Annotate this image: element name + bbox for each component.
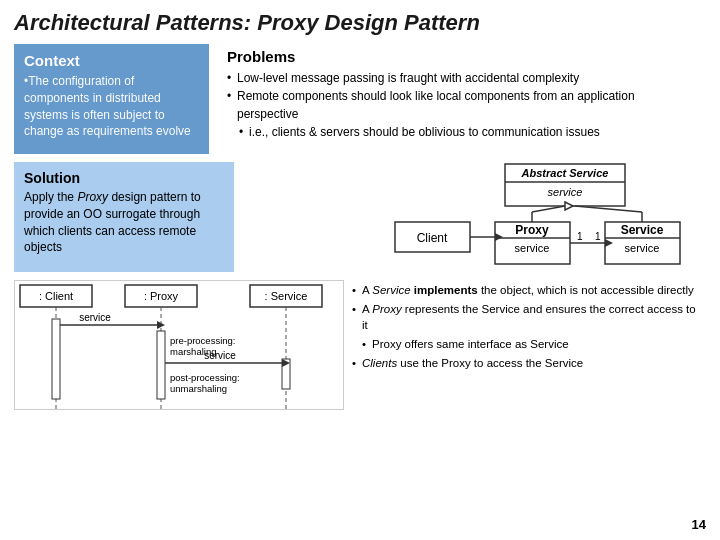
svg-marker-15 [495,233,503,241]
uml-diagram: Abstract Service service Client Proxy se… [244,162,706,272]
seq-svg: : Client : Proxy : Service service pre [15,281,345,411]
svg-rect-6 [495,222,570,264]
svg-text:service: service [625,242,660,254]
svg-text:service: service [548,186,583,198]
svg-text:Client: Client [417,231,448,245]
svg-text:service: service [204,350,236,361]
svg-line-24 [575,206,642,212]
svg-text:Proxy: Proxy [515,223,549,237]
context-text: •The configuration of components in dist… [24,73,199,140]
svg-text:: Service: : Service [265,290,308,302]
note-4: Clients use the Proxy to access the Serv… [352,355,698,372]
title-prefix: Architectural Patterns: [14,10,257,35]
seq-section: : Client : Proxy : Service service pre [14,280,706,410]
svg-rect-35 [157,331,165,399]
title-suffix: Design Pattern [318,10,479,35]
svg-rect-4 [395,222,470,252]
uml-svg: Abstract Service service Client Proxy se… [244,162,706,272]
svg-rect-34 [52,319,60,399]
notes-list: A Service implements the object, which i… [352,282,698,371]
solution-text: Apply the Proxy design pattern to provid… [24,189,224,256]
page: Architectural Patterns: Proxy Design Pat… [0,0,720,540]
context-box: Context •The configuration of components… [14,44,209,154]
svg-marker-22 [565,202,573,210]
solution-heading: Solution [24,170,224,186]
svg-rect-29 [250,285,322,307]
notes-section: A Service implements the object, which i… [344,280,706,410]
problems-list: Low-level message passing is fraught wit… [227,69,698,141]
svg-text:marshaling: marshaling [170,346,216,357]
svg-rect-25 [20,285,92,307]
note-1: A Service implements the object, which i… [352,282,698,299]
problems-heading: Problems [227,48,698,65]
middle-section: Solution Apply the Proxy design pattern … [14,162,706,272]
svg-text:1: 1 [577,231,583,242]
note-3: Proxy offers same interface as Service [352,336,698,353]
svg-rect-10 [605,222,680,264]
svg-text:: Client: : Client [39,290,73,302]
svg-text:service: service [515,242,550,254]
svg-text:post-processing:: post-processing: [170,372,240,383]
svg-text:service: service [79,312,111,323]
svg-text:1: 1 [595,231,601,242]
svg-text:: Proxy: : Proxy [144,290,179,302]
page-title: Architectural Patterns: Proxy Design Pat… [14,10,706,36]
svg-rect-27 [125,285,197,307]
title-proxy: Proxy [257,10,318,35]
svg-rect-0 [505,164,625,206]
problem-item-1: Low-level message passing is fraught wit… [227,69,698,87]
note-2: A Proxy represents the Service and ensur… [352,301,698,334]
svg-line-21 [532,206,565,212]
page-number: 14 [692,517,706,532]
top-section: Context •The configuration of components… [14,44,706,154]
svg-marker-43 [282,359,290,367]
svg-marker-17 [605,239,613,247]
svg-text:pre-processing:: pre-processing: [170,335,235,346]
svg-rect-36 [282,359,290,389]
svg-text:Service: Service [621,223,664,237]
context-heading: Context [24,52,199,69]
problems-box: Problems Low-level message passing is fr… [219,44,706,154]
svg-marker-38 [157,321,165,329]
problem-item-2: Remote components should look like local… [227,87,698,123]
solution-box: Solution Apply the Proxy design pattern … [14,162,234,272]
context-text-content: The configuration of components in distr… [24,74,191,138]
problem-item-3: i.e., clients & servers should be oblivi… [227,123,698,141]
svg-text:Abstract Service: Abstract Service [521,167,609,179]
svg-text:unmarshaling: unmarshaling [170,383,227,394]
seq-container: : Client : Proxy : Service service pre [14,280,344,410]
